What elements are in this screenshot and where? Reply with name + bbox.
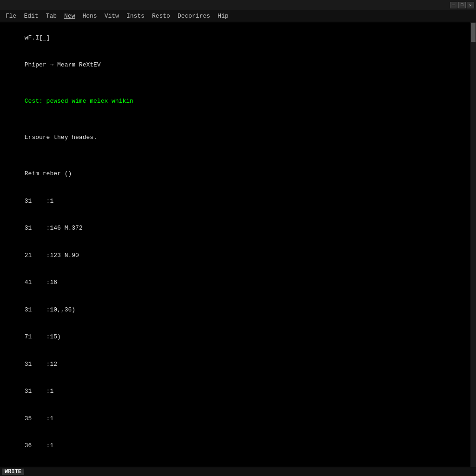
status-line-text: Cest: pewsed wime melex whikin <box>3 88 468 115</box>
editor-area: wF.I[_] Phiper → Mearm ReXtEV Cest: pews… <box>0 22 476 467</box>
menu-hons[interactable]: Hons <box>79 12 100 20</box>
num-line-10: 36 :1 <box>3 432 468 460</box>
breadcrumb-line: Phiper → Mearm ReXtEV <box>3 52 468 79</box>
maximize-button[interactable]: □ <box>458 2 466 8</box>
scrollbar-thumb[interactable] <box>471 23 476 42</box>
breadcrumb: Phiper → Mearm ReXtEV <box>25 61 101 68</box>
menu-bar: Fle Edit Tab New Hons Vitw Insts Resto D… <box>0 10 476 22</box>
menu-resto[interactable]: Resto <box>148 12 174 20</box>
vim-mode-indicator: WRITE <box>2 469 24 475</box>
reim-line: Reim reber () <box>3 160 468 188</box>
menu-file[interactable]: Fle <box>2 12 20 20</box>
menu-hip[interactable]: Hip <box>214 12 232 20</box>
filename-line: wF.I[_] <box>3 24 468 52</box>
num-line-2: 31 :146 M.372 <box>3 215 468 242</box>
ersoure-line: Ersoure they heades. <box>3 124 468 152</box>
menu-decorires[interactable]: Decorires <box>174 12 214 20</box>
window-controls[interactable]: ─ □ ✕ <box>450 2 474 8</box>
filename: wF.I[_] <box>25 34 50 41</box>
empty-line-2 <box>3 115 468 124</box>
menu-insts[interactable]: Insts <box>123 12 148 20</box>
empty-line <box>3 79 468 88</box>
close-button[interactable]: ✕ <box>467 2 474 8</box>
menu-tab[interactable]: Tab <box>42 12 60 20</box>
vim-statusbar: WRITE <box>0 467 476 476</box>
num-line-8: 31 :1 <box>3 378 468 405</box>
menu-view[interactable]: Vitw <box>101 12 123 20</box>
num-line-4: 41 :16 <box>3 269 468 297</box>
menu-edit[interactable]: Edit <box>20 12 42 20</box>
empty-line-3 <box>3 151 468 160</box>
minimize-button[interactable]: ─ <box>450 2 457 8</box>
num-line-9: 35 :1 <box>3 405 468 432</box>
scrollbar[interactable] <box>470 22 476 467</box>
num-line-3: 21 :123 N.90 <box>3 242 468 269</box>
title-bar: ─ □ ✕ <box>0 0 476 10</box>
editor-content[interactable]: wF.I[_] Phiper → Mearm ReXtEV Cest: pews… <box>0 22 470 467</box>
empty-line-4 <box>3 459 468 467</box>
num-line-6: 71 :15) <box>3 324 468 351</box>
num-line-1: 31 :1 <box>3 187 468 215</box>
num-line-7: 31 :12 <box>3 350 468 378</box>
menu-new[interactable]: New <box>60 12 79 20</box>
num-line-5: 31 :10,,36) <box>3 296 468 324</box>
